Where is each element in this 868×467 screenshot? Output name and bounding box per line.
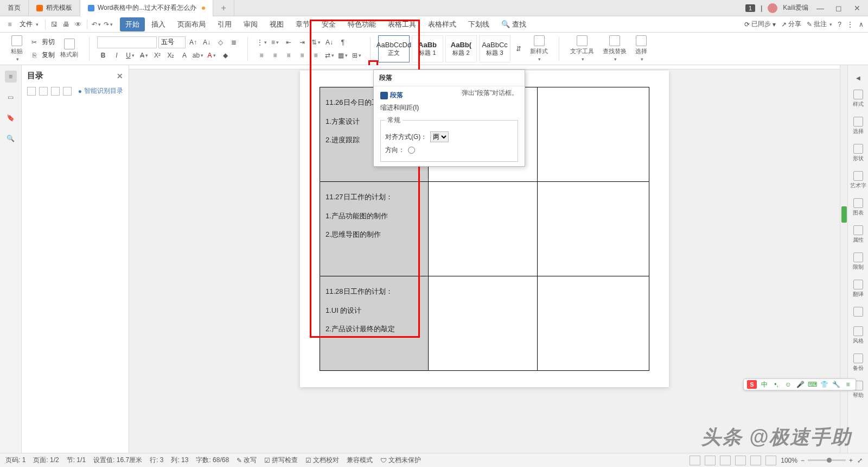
user-name[interactable]: Kaili爱编 [783,3,808,12]
panel-close-icon[interactable]: ✕ [117,72,123,80]
superscript-icon[interactable]: X² [151,49,163,61]
tab-insert[interactable]: 插入 [146,17,171,31]
help-icon[interactable]: ? [838,21,841,28]
horizontal-ruler[interactable] [129,65,840,70]
comment-button[interactable]: ✎ 批注 [807,20,832,29]
popup-tab[interactable]: 缩进和间距(I) [380,103,518,112]
expand-icon[interactable]: ∧ [859,21,864,28]
italic-button[interactable]: I [111,49,123,61]
zoom-icon[interactable]: 🔍 [5,132,17,144]
zoom-out-icon[interactable]: − [801,457,805,464]
align-right-icon[interactable]: ≡ [283,49,295,61]
distribute-icon[interactable]: ≡ [310,49,322,61]
format-painter-button[interactable]: 格式刷 [57,37,81,60]
notification-badge[interactable]: 1 [745,4,755,12]
expand-icon[interactable] [27,87,36,96]
ime-voice-icon[interactable]: 🎤 [796,380,805,389]
text-tool-button[interactable]: 文字工具 [567,34,597,63]
undo-icon[interactable]: ↶ [91,19,101,30]
ime-punct-icon[interactable]: •, [772,380,781,389]
strike-button[interactable]: A̶ [138,49,150,61]
align-left-icon[interactable]: ≡ [256,49,267,61]
ime-keyboard-icon[interactable]: ⌨ [808,380,816,389]
style-h3[interactable]: AaBbCc标题 3 [479,35,510,62]
page-icon[interactable]: ▭ [5,91,17,103]
style-body[interactable]: AaBbCcDd正文 [378,35,410,62]
align-select[interactable]: 两 [430,131,449,142]
tab-new[interactable]: + [213,0,234,16]
decrease-indent-icon[interactable]: ⇤ [283,36,295,48]
status-words[interactable]: 字数: 68/68 [196,456,229,465]
char-shading-icon[interactable]: ◆ [219,49,231,61]
status-spell[interactable]: ☑ 拼写检查 [264,456,298,465]
preview-icon[interactable]: 👁 [73,19,84,30]
zoom-handle[interactable] [827,458,832,463]
tab-document[interactable]: Word表格中的...过大不好看怎么办 [80,0,213,16]
rb-prop[interactable]: 属性 [850,223,866,246]
tab-underline[interactable]: 下划线 [463,17,495,31]
rb-shape[interactable]: 形状 [850,142,866,165]
border-icon[interactable]: ⊞ [350,49,362,61]
redo-icon[interactable]: ↷ [103,19,113,30]
align-justify-icon[interactable]: ≡ [296,49,308,61]
tab-view[interactable]: 视图 [264,17,289,31]
save-icon[interactable]: 🖫 [49,19,60,30]
tab-table-style[interactable]: 表格样式 [423,17,462,31]
rb-more[interactable] [850,305,866,320]
tab-home[interactable]: 首页 [0,0,29,16]
bullets-icon[interactable]: ⋮ [256,36,267,48]
style-h2[interactable]: AaBb(标题 2 [445,35,477,62]
maximize-button[interactable]: ◻ [832,4,845,12]
status-proof[interactable]: ☑ 文档校对 [305,456,339,465]
status-pages[interactable]: 页面: 1/2 [33,456,59,465]
collapse-icon[interactable] [39,87,48,96]
rb-translate[interactable]: 翻译 [850,277,866,300]
font-family-combo[interactable] [97,36,157,48]
zoom-slider[interactable] [808,459,846,461]
tab-feature[interactable]: 特色功能 [342,17,381,31]
close-button[interactable]: ✕ [851,4,864,12]
bold-button[interactable]: B [97,49,109,61]
ime-menu-icon[interactable]: ≡ [844,380,852,389]
increase-indent-icon[interactable]: ⇥ [296,36,308,48]
tab-start[interactable]: 开始 [120,17,145,31]
tab-references[interactable]: 引用 [212,17,237,31]
view-eye-icon[interactable] [765,456,776,465]
paste-button[interactable]: 粘贴 [8,34,26,63]
status-protect[interactable]: 🛡 文档未保护 [380,456,421,465]
select-button[interactable]: 选择 [632,34,650,63]
ime-lang[interactable]: 中 [760,380,769,389]
font-size-combo[interactable] [158,36,186,48]
rb-backup[interactable]: 备份 [850,351,866,374]
promote-icon[interactable] [51,87,60,96]
change-case-icon[interactable]: A [178,49,190,61]
copy-icon[interactable]: ⎘ [28,49,40,61]
fit-icon[interactable]: ⤢ [857,457,863,464]
subscript-icon[interactable]: X₂ [165,49,177,61]
view-print-icon[interactable] [705,456,716,465]
tab-docer[interactable]: 稻壳模板 [29,0,80,16]
ime-emoji-icon[interactable]: ☺ [784,380,793,389]
ime-skin-icon[interactable]: 👕 [820,380,828,389]
tab-security[interactable]: 安全 [316,17,341,31]
rb-toggle[interactable]: ◀ [850,73,866,83]
find-replace-button[interactable]: 查找替换 [599,34,630,63]
table-row[interactable]: 11.27日工作的计划：1.产品功能图的制作2.思维导图的制作 [320,182,649,276]
rb-style[interactable]: 样式 [850,87,866,110]
rb-theme[interactable]: 风格 [850,324,866,347]
align-center-icon[interactable]: ≡ [269,49,281,61]
view-read-icon[interactable] [750,456,761,465]
hamburger-icon[interactable]: ≡ [4,19,15,30]
tab-review[interactable]: 审阅 [238,17,263,31]
view-web-icon[interactable] [720,456,731,465]
vertical-scrollbar[interactable] [840,65,847,453]
cut-icon[interactable]: ✂ [28,36,40,48]
rb-chart[interactable]: 图表 [850,196,866,219]
outline-icon[interactable]: ≡ [5,71,17,83]
rb-wordart[interactable]: 艺术字 [850,169,866,192]
sync-button[interactable]: ⟳ 已同步 ▾ [744,20,776,29]
share-button[interactable]: ↗ 分享 [781,20,801,29]
status-row[interactable]: 行: 3 [150,456,163,465]
numbering-icon[interactable]: ≡ [269,36,281,48]
styles-more-icon[interactable]: ⇵ [513,43,525,55]
